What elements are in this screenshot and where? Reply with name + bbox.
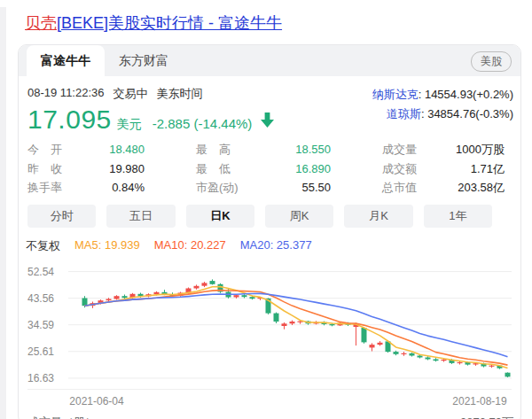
timezone-label: 美东时间 xyxy=(157,86,203,102)
tab-futu[interactable]: 富途牛牛 xyxy=(27,45,105,76)
nasdaq-value: : 14554.93(+0.2%) xyxy=(419,88,513,101)
stat-high: 最 高18.550 xyxy=(196,140,331,159)
dow-value: : 34854.76(-0.3%) xyxy=(421,107,513,120)
tab-eastmoney[interactable]: 东方财富 xyxy=(105,45,183,76)
quote-card: 富途牛牛 东方财富 美股 08-19 11:22:36 交易中 美东时间 纳斯达… xyxy=(18,44,521,419)
left-edge-strip xyxy=(0,7,6,419)
quote-time: 08-19 11:22:36 xyxy=(27,86,105,102)
volume-footer: 成交量（股） 3872.79万 xyxy=(27,415,513,419)
page-root: 贝壳[BEKE]美股实时行情 - 富途牛牛 富途牛牛 东方财富 美股 08-19… xyxy=(0,0,532,419)
ma20-legend: MA20: 25.377 xyxy=(240,238,312,254)
page-title-stock: 贝壳 xyxy=(25,14,57,32)
stat-volume: 成交量1000万股 xyxy=(382,140,505,159)
volume-pane-value: 3872.79万 xyxy=(460,415,513,419)
volume-pane-label: 成交量（股） xyxy=(27,415,97,419)
index-quotes: 纳斯达克: 14554.93(+0.2%) 道琼斯: 34854.76(-0.3… xyxy=(372,85,513,124)
svg-text:2021-08-19: 2021-08-19 xyxy=(452,395,507,407)
period-1year-button[interactable]: 1年 xyxy=(424,205,492,228)
quote-section: 08-19 11:22:36 交易中 美东时间 纳斯达克: 14554.93(+… xyxy=(19,76,520,198)
nasdaq-link[interactable]: 纳斯达克 xyxy=(372,88,419,101)
index-row-nasdaq: 纳斯达克: 14554.93(+0.2%) xyxy=(372,85,513,105)
stat-open: 今 开18.480 xyxy=(27,140,145,159)
svg-text:25.61: 25.61 xyxy=(27,345,54,357)
index-row-dow: 道琼斯: 34854.76(-0.3%) xyxy=(372,105,513,124)
svg-text:16.63: 16.63 xyxy=(27,371,54,384)
stat-turnover-rate: 换手率0.84% xyxy=(27,178,145,198)
trading-status: 交易中 xyxy=(113,86,148,102)
stats-grid: 今 开18.480 昨 收19.980 换手率0.84% 最 高18.550 最… xyxy=(27,136,512,198)
ma5-legend: MA5: 19.939 xyxy=(74,238,140,254)
period-tabs: 分时 五日 日K 周K 月K 1年 xyxy=(27,205,492,228)
page-title-rest: [BEKE]美股实时行情 - 富途牛牛 xyxy=(57,14,282,32)
price-change: -2.885 (-14.44%) xyxy=(153,116,253,131)
period-weekly-k-button[interactable]: 周K xyxy=(265,205,333,228)
stat-market-cap: 总市值203.58亿 xyxy=(382,178,505,198)
stat-pe-ratio: 市盈(动)55.50 xyxy=(196,178,331,198)
adjust-mode-label: 不复权 xyxy=(26,238,60,254)
period-minute-button[interactable]: 分时 xyxy=(27,205,96,228)
period-5day-button[interactable]: 五日 xyxy=(106,205,175,228)
source-tabbar: 富途牛牛 东方财富 美股 xyxy=(19,45,520,76)
svg-text:43.56: 43.56 xyxy=(27,291,54,304)
stat-amount: 成交额1.71亿 xyxy=(382,159,505,179)
stat-prev-close: 昨 收19.980 xyxy=(27,159,145,179)
current-price: 17.095 xyxy=(27,105,112,135)
currency-label: 美元 xyxy=(117,117,142,133)
svg-text:52.54: 52.54 xyxy=(27,265,54,277)
period-daily-k-button[interactable]: 日K xyxy=(186,205,254,228)
market-badge: 美股 xyxy=(471,51,512,72)
ma10-legend: MA10: 20.227 xyxy=(154,238,226,254)
dow-link[interactable]: 道琼斯 xyxy=(387,107,421,120)
candlestick-chart[interactable]: 52.5443.5634.5925.6116.632021-06-042021-… xyxy=(27,258,513,412)
chart-legend: 不复权 MA5: 19.939 MA10: 20.227 MA20: 25.37… xyxy=(26,238,520,254)
down-arrow-icon xyxy=(261,113,274,128)
page-title-link[interactable]: 贝壳[BEKE]美股实时行情 - 富途牛牛 xyxy=(25,12,282,34)
period-monthly-k-button[interactable]: 月K xyxy=(344,205,412,228)
svg-text:34.59: 34.59 xyxy=(27,318,54,330)
svg-text:2021-06-04: 2021-06-04 xyxy=(69,395,124,407)
stat-low: 最 低16.890 xyxy=(196,159,331,179)
chart-area: 52.5443.5634.5925.6116.632021-06-042021-… xyxy=(27,258,512,412)
